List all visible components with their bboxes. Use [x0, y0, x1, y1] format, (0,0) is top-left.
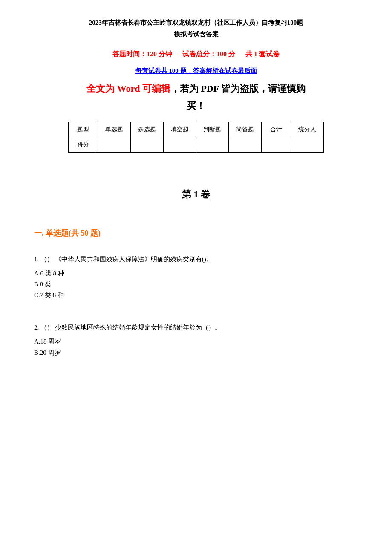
doc-title: 2023年吉林省长春市公主岭市双龙镇双龙村（社区工作人员）自考复习100题 模拟…	[34, 17, 358, 40]
q1-option-b: B.8 类	[34, 279, 358, 290]
score-cell-3	[163, 137, 196, 152]
volume-title: 第 1 卷	[34, 187, 358, 202]
question-2-text: 2. （） 少数民族地区特殊的结婚年龄规定女性的结婚年龄为（）。	[34, 322, 358, 333]
score-table: 题型 单选题 多选题 填空题 判断题 简答题 合计 统分人 得分	[68, 122, 324, 153]
col-header-1: 单选题	[98, 122, 130, 137]
col-header-0: 题型	[69, 122, 98, 137]
score-cell-4	[196, 137, 229, 152]
notice-text: 每套试卷共 100 题，答案解析在试卷最后面	[135, 67, 257, 74]
q1-option-c: C.7 类 8 种	[34, 290, 358, 301]
col-header-4: 判断题	[196, 122, 229, 137]
score-cell-1	[98, 137, 130, 152]
col-header-2: 多选题	[130, 122, 163, 137]
score-cell-5	[229, 137, 262, 152]
score-cell-2	[130, 137, 163, 152]
col-header-3: 填空题	[163, 122, 196, 137]
question-2: 2. （） 少数民族地区特殊的结婚年龄规定女性的结婚年龄为（）。 A.18 周岁…	[34, 322, 358, 358]
q2-prefix: （）	[40, 324, 53, 331]
warning-part1: 全文为 Word 可编辑	[86, 83, 170, 94]
question-1: 1. （） 《中华人民共和国残疾人保障法》明确的残疾类别有()。 A.6 类 8…	[34, 254, 358, 301]
total-score-label: 试卷总分：100 分	[182, 50, 235, 58]
question-1-text: 1. （） 《中华人民共和国残疾人保障法》明确的残疾类别有()。	[34, 254, 358, 265]
q2-number: 2	[34, 324, 37, 331]
q1-prefix: （）	[40, 256, 53, 263]
title-line2: 模拟考试含答案	[34, 29, 358, 40]
score-cell-6	[262, 137, 291, 152]
time-label: 答题时间：120 分钟	[112, 50, 172, 58]
q2-option-a: A.18 周岁	[34, 336, 358, 347]
q1-number: 1	[34, 256, 37, 263]
score-cell-7	[291, 137, 324, 152]
q2-option-b: B.20 周岁	[34, 347, 358, 358]
row-label: 得分	[69, 137, 98, 152]
exam-info: 答题时间：120 分钟 试卷总分：100 分 共 1 套试卷	[34, 49, 358, 60]
col-header-7: 统分人	[291, 122, 324, 137]
notice-line: 每套试卷共 100 题，答案解析在试卷最后面	[34, 66, 358, 76]
title-line1: 2023年吉林省长春市公主岭市双龙镇双龙村（社区工作人员）自考复习100题	[34, 17, 358, 29]
col-header-6: 合计	[262, 122, 291, 137]
q1-body: 《中华人民共和国残疾人保障法》明确的残疾类别有()。	[55, 256, 213, 263]
sets-label: 共 1 套试卷	[245, 50, 280, 58]
warning-sub: 买！	[34, 98, 358, 113]
col-header-5: 简答题	[229, 122, 262, 137]
q1-option-a: A.6 类 8 种	[34, 268, 358, 279]
section1-title: 一. 单选题(共 50 题)	[34, 227, 358, 240]
warning-part2: ，若为 PDF 皆为盗版，请谨慎购	[170, 83, 306, 94]
warning-line: 全文为 Word 可编辑，若为 PDF 皆为盗版，请谨慎购	[34, 81, 358, 96]
q2-body: 少数民族地区特殊的结婚年龄规定女性的结婚年龄为（）。	[55, 324, 221, 331]
warning-part3: 买！	[187, 101, 205, 111]
